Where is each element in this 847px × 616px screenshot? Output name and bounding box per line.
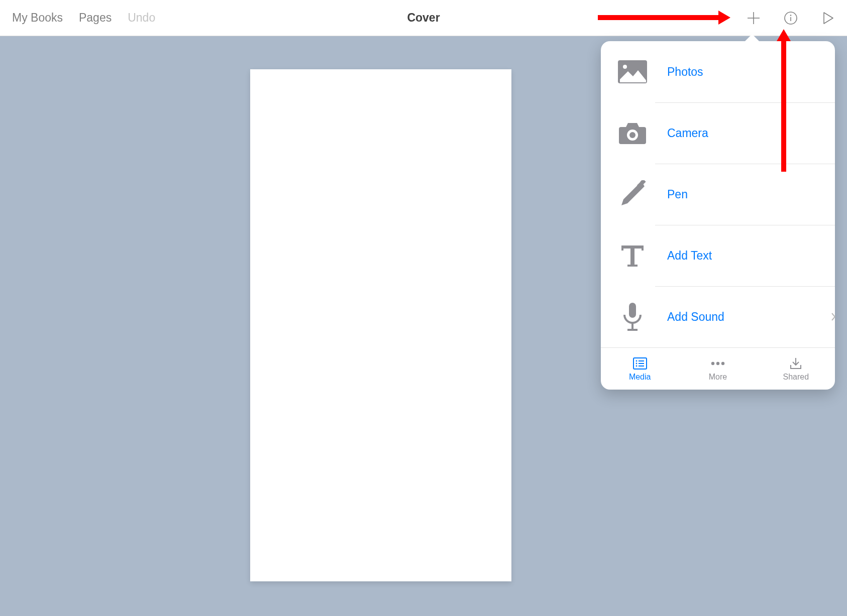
- tab-media[interactable]: Media: [601, 348, 679, 390]
- chevron-right-icon: [831, 312, 836, 321]
- menu-item-pen[interactable]: Pen: [601, 164, 835, 225]
- svg-point-16: [636, 360, 637, 361]
- undo-button[interactable]: Undo: [128, 11, 155, 25]
- add-button[interactable]: [747, 11, 761, 25]
- play-icon: [821, 11, 835, 25]
- top-toolbar: My Books Pages Undo Cover: [0, 0, 847, 36]
- page-title: Cover: [407, 11, 440, 25]
- popover-tab-bar: Media More Shared: [601, 347, 835, 390]
- tab-label: Media: [629, 373, 651, 382]
- menu-item-label: Photos: [667, 65, 703, 79]
- add-content-popover: Photos Camera Pen Add T: [601, 41, 835, 390]
- svg-point-22: [711, 361, 714, 364]
- tab-label: Shared: [783, 373, 809, 382]
- list-icon: [633, 356, 647, 371]
- svg-marker-5: [824, 13, 833, 24]
- book-cover-page[interactable]: [250, 69, 511, 581]
- pen-icon: [613, 180, 652, 208]
- my-books-button[interactable]: My Books: [12, 11, 63, 25]
- menu-item-label: Pen: [667, 188, 688, 201]
- menu-item-add-text[interactable]: Add Text: [601, 225, 835, 286]
- svg-point-3: [790, 15, 792, 16]
- svg-point-24: [721, 361, 724, 364]
- tab-label: More: [709, 373, 727, 382]
- menu-item-label: Add Text: [667, 249, 712, 263]
- toolbar-right-group: [747, 11, 835, 25]
- menu-item-photos[interactable]: Photos: [601, 41, 835, 102]
- menu-item-add-sound[interactable]: Add Sound: [601, 286, 835, 347]
- menu-item-camera[interactable]: Camera: [601, 102, 835, 164]
- text-icon: [613, 242, 652, 269]
- svg-point-7: [623, 65, 627, 69]
- info-icon: [784, 11, 798, 25]
- pages-button[interactable]: Pages: [79, 11, 112, 25]
- svg-point-18: [636, 365, 637, 366]
- toolbar-left-group: My Books Pages Undo: [12, 11, 155, 25]
- image-icon: [613, 59, 652, 84]
- plus-icon: [747, 11, 761, 25]
- svg-rect-12: [629, 303, 636, 318]
- menu-item-label: Add Sound: [667, 310, 724, 324]
- svg-point-9: [629, 132, 636, 138]
- mic-icon: [613, 302, 652, 332]
- play-button[interactable]: [821, 11, 835, 25]
- svg-point-23: [716, 361, 719, 364]
- camera-icon: [613, 121, 652, 145]
- download-icon: [789, 356, 803, 371]
- more-icon: [710, 356, 726, 371]
- menu-item-label: Camera: [667, 127, 708, 140]
- info-button[interactable]: [784, 11, 798, 25]
- tab-shared[interactable]: Shared: [757, 348, 835, 390]
- svg-point-17: [636, 362, 637, 364]
- tab-more[interactable]: More: [679, 348, 757, 390]
